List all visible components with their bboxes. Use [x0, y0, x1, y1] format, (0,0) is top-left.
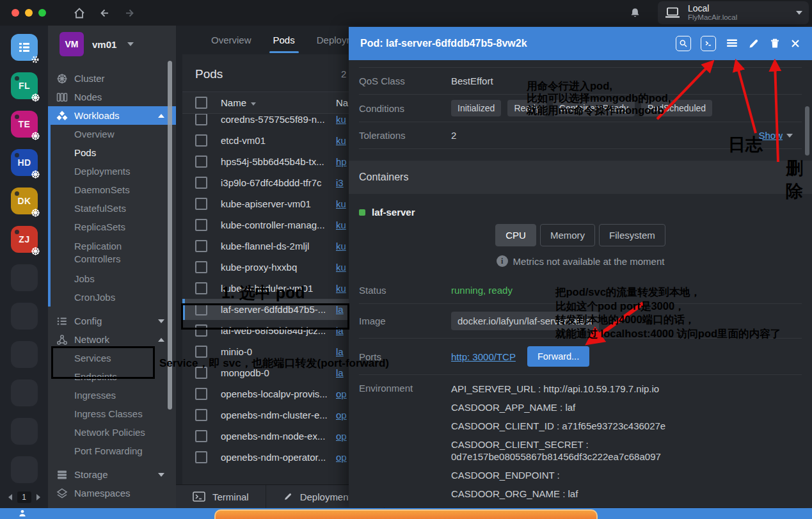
sidebar-item[interactable]: Ingress Classes: [48, 404, 176, 423]
sidebar-item[interactable]: Config: [48, 312, 176, 330]
rail-cluster-button[interactable]: FL: [11, 72, 38, 99]
kubernetes-wheel-icon: [31, 93, 40, 102]
metric-tab[interactable]: CPU: [495, 224, 536, 246]
row-checkbox[interactable]: [195, 388, 207, 400]
kubernetes-wheel-icon: [31, 208, 40, 218]
cluster-name: vm01: [92, 39, 116, 50]
row-checkbox[interactable]: [195, 303, 207, 315]
rail-empty-slot[interactable]: [11, 341, 38, 368]
workloads-tab[interactable]: Overview: [211, 26, 251, 54]
row-checkbox[interactable]: [195, 346, 207, 358]
sidebar-item[interactable]: Network Policies: [48, 423, 176, 442]
rail-empty-slot[interactable]: [11, 264, 38, 291]
sidebar-item[interactable]: Ingresses: [48, 386, 176, 404]
search-icon[interactable]: [676, 36, 691, 51]
tolerations-show-toggle[interactable]: Show: [758, 130, 802, 141]
sidebar-item[interactable]: Pods: [48, 143, 176, 162]
row-checkbox[interactable]: [195, 134, 207, 147]
notifications-bell-icon[interactable]: [629, 7, 641, 19]
sidebar-item[interactable]: Storage: [48, 465, 176, 484]
row-checkbox[interactable]: [195, 156, 207, 168]
row-checkbox[interactable]: [195, 114, 207, 125]
row-checkbox[interactable]: [195, 219, 207, 231]
maximize-window-button[interactable]: [38, 9, 46, 17]
kubernetes-wheel-icon: [31, 170, 40, 179]
sidebar-item[interactable]: Deployments: [48, 162, 176, 180]
catalog-button[interactable]: [11, 34, 38, 61]
pod-exec-terminal-icon[interactable]: [701, 36, 716, 51]
home-icon[interactable]: [73, 7, 86, 19]
metric-tab[interactable]: Filesystem: [599, 224, 665, 246]
row-checkbox[interactable]: [195, 177, 207, 189]
sidebar-item-label: Storage: [74, 469, 108, 480]
rail-empty-slot[interactable]: [11, 379, 38, 406]
sidebar-item[interactable]: Endpoints: [48, 367, 176, 386]
user-icon[interactable]: [18, 509, 27, 518]
minimize-window-button[interactable]: [25, 9, 33, 17]
sidebar-item[interactable]: DaemonSets: [48, 180, 176, 199]
sidebar-item[interactable]: Workloads: [48, 106, 176, 125]
sidebar-scrollbar[interactable]: [168, 61, 172, 410]
sidebar-item-label: Nodes: [74, 92, 102, 102]
rail-cluster-button[interactable]: ZJ: [11, 226, 38, 253]
row-checkbox[interactable]: [195, 430, 207, 442]
container-name: laf-server: [372, 207, 415, 218]
select-all-checkbox[interactable]: [195, 97, 207, 109]
row-checkbox[interactable]: [195, 409, 207, 421]
sidebar-item-label: StatefulSets: [74, 203, 126, 214]
rail-cluster-button[interactable]: HD: [11, 149, 38, 176]
pod-name: coredns-57575c5f89-n...: [221, 114, 336, 125]
forward-button[interactable]: Forward...: [527, 346, 589, 367]
sidebar-item[interactable]: Namespaces: [48, 484, 176, 502]
sidebar-item[interactable]: Overview: [48, 125, 176, 143]
rail-empty-slot[interactable]: [11, 456, 38, 483]
row-checkbox[interactable]: [195, 451, 207, 463]
sidebar-item[interactable]: StatefulSets: [48, 199, 176, 218]
condition-badge: PodScheduled: [641, 100, 712, 116]
back-icon[interactable]: [99, 7, 111, 19]
delete-trash-icon[interactable]: [769, 38, 781, 49]
sidebar-item[interactable]: ReplicaSets: [48, 218, 176, 236]
row-checkbox[interactable]: [195, 198, 207, 210]
notification-toast[interactable]: [214, 509, 598, 519]
cluster-context[interactable]: VM vm01: [48, 26, 176, 63]
sidebar-item[interactable]: Nodes: [48, 88, 176, 106]
sidebar-item[interactable]: Cluster: [48, 69, 176, 88]
rail-empty-slot[interactable]: [11, 303, 38, 330]
close-window-button[interactable]: [12, 9, 19, 17]
close-icon[interactable]: [790, 38, 800, 49]
row-checkbox[interactable]: [195, 282, 207, 294]
pod-logs-icon[interactable]: [726, 38, 738, 49]
sidebar-item[interactable]: Network: [48, 330, 176, 349]
rail-cluster-button[interactable]: DK: [11, 188, 38, 214]
cluster-status-dot: [15, 153, 19, 157]
sidebar-item[interactable]: Replication Controllers: [48, 236, 176, 269]
pod-name: openebs-ndm-cluster-e...: [221, 410, 336, 420]
rail-cluster-button[interactable]: TE: [11, 111, 38, 138]
sidebar-item[interactable]: Services: [48, 349, 176, 367]
pod-name: kube-apiserver-vm01: [221, 198, 336, 209]
forward-icon[interactable]: [123, 7, 136, 19]
cluster-switcher[interactable]: Local FlyMacAir.local: [658, 1, 809, 24]
row-checkbox[interactable]: [195, 367, 207, 379]
page-prev-icon[interactable]: [8, 494, 12, 500]
row-checkbox[interactable]: [195, 240, 207, 252]
terminal-dock-tab[interactable]: Terminal: [176, 485, 266, 508]
image-row: Image docker.io/lafyun/laf-server:latest: [359, 304, 802, 339]
workloads-tab[interactable]: Pods: [273, 26, 295, 54]
page-next-icon[interactable]: [36, 494, 40, 500]
sidebar-item-icon: [56, 469, 68, 481]
row-checkbox[interactable]: [195, 324, 207, 337]
sidebar-item[interactable]: Port Forwarding: [48, 442, 176, 460]
sidebar-item[interactable]: Jobs: [48, 269, 176, 288]
row-checkbox[interactable]: [195, 261, 207, 273]
metric-tab[interactable]: Memory: [540, 224, 595, 246]
drawer-scrollbar[interactable]: [805, 106, 809, 156]
sidebar-item-label: CronJobs: [74, 292, 115, 303]
edit-icon[interactable]: [748, 38, 760, 49]
name-column-header[interactable]: Name: [221, 97, 336, 108]
port-link[interactable]: http: 3000/TCP: [451, 351, 516, 362]
show-link[interactable]: Show: [758, 130, 783, 141]
rail-empty-slot[interactable]: [11, 418, 38, 445]
sidebar-item[interactable]: CronJobs: [48, 288, 176, 307]
